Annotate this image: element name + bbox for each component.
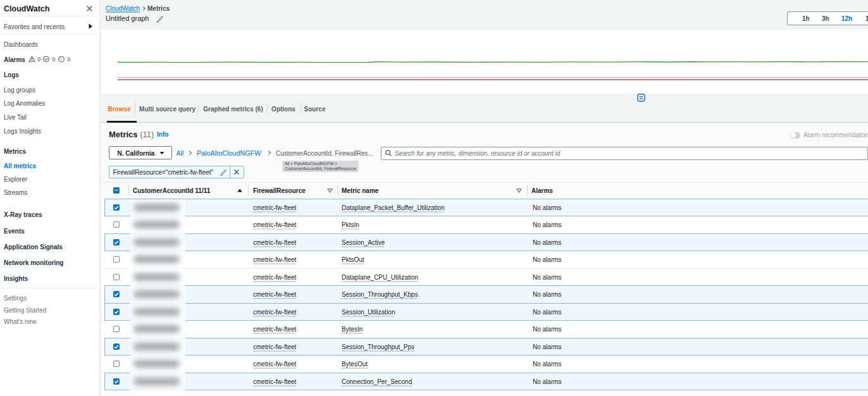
svg-text:0: 0 (53, 56, 56, 63)
svg-text:0: 0 (68, 56, 71, 63)
svg-text:0: 0 (37, 56, 40, 63)
